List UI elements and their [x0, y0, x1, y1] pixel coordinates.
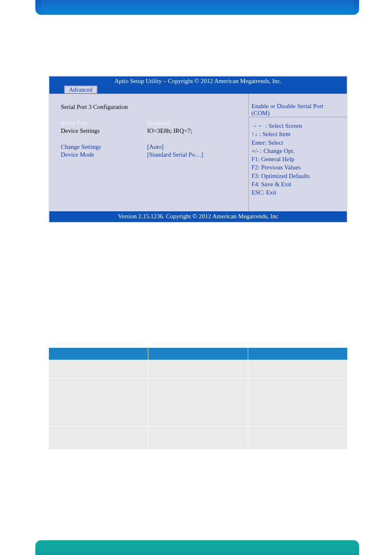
table-cell	[248, 360, 347, 378]
serial-port-value: [Enabled]	[147, 120, 240, 127]
row-device-mode[interactable]: Device Mode [Standard Serial Po…]	[61, 151, 240, 158]
bios-tab-row: Advanced	[49, 86, 347, 94]
table-header-1	[49, 348, 148, 360]
table-cell	[148, 360, 248, 378]
key-save-exit: F4: Save & Exit	[251, 180, 344, 188]
key-change-opt: +/- : Change Opt.	[251, 147, 344, 155]
page-header-bar	[35, 0, 359, 15]
bios-footer-version: Version 2.15.1236. Copyright © 2012 Amer…	[49, 211, 347, 222]
serial-port-label: Serial Port	[61, 120, 147, 127]
table-cell	[148, 427, 248, 450]
table-cell	[49, 360, 148, 378]
bios-key-legend: →← : Select Screen ↑↓ : Select Item Ente…	[249, 117, 347, 211]
table-header-2	[148, 348, 248, 360]
key-previous-values: F2: Previous Values	[251, 163, 344, 171]
bios-setup-panel: Aptio Setup Utility – Copyright © 2012 A…	[48, 76, 348, 223]
change-settings-label: Change Settings	[61, 143, 147, 150]
row-change-settings[interactable]: Change Settings [Auto]	[61, 143, 240, 150]
key-general-help: F1: General Help	[251, 155, 344, 163]
table-cell	[148, 378, 248, 427]
bios-main-pane: Serial Port 3 Configuration Serial Port …	[49, 94, 248, 211]
device-mode-label: Device Mode	[61, 151, 147, 158]
table-cell	[248, 378, 347, 427]
key-optimized-defaults: F3: Optimized Defaults	[251, 172, 344, 180]
section-header: Serial Port 3 Configuration	[61, 104, 240, 111]
key-select-item: ↑↓ : Select Item	[251, 130, 344, 138]
bios-help-text: Enable or Disable Serial Port (COM)	[249, 94, 347, 117]
table-row	[49, 427, 348, 450]
device-settings-label: Device Settings	[61, 127, 147, 134]
bios-body: Serial Port 3 Configuration Serial Port …	[49, 94, 347, 211]
row-serial-port[interactable]: Serial Port [Enabled]	[61, 120, 240, 127]
key-esc-exit: ESC: Exit	[251, 188, 344, 197]
table-cell	[248, 427, 347, 450]
bios-side-pane: Enable or Disable Serial Port (COM) →← :…	[248, 94, 347, 211]
device-mode-value: [Standard Serial Po…]	[147, 151, 240, 158]
table-cell	[49, 427, 148, 450]
page-footer-bar	[35, 540, 359, 555]
table-cell	[49, 378, 148, 427]
tab-advanced[interactable]: Advanced	[64, 86, 97, 93]
row-device-settings: Device Settings IO=3E8h; IRQ=7;	[61, 127, 240, 134]
table-header-row	[49, 348, 348, 360]
key-enter: Enter: Select	[251, 139, 344, 147]
table-header-3	[248, 348, 347, 360]
device-settings-value: IO=3E8h; IRQ=7;	[147, 127, 240, 134]
table-row	[49, 378, 348, 427]
change-settings-value: [Auto]	[147, 143, 240, 150]
info-table	[48, 347, 348, 450]
key-select-screen: →← : Select Screen	[251, 122, 344, 130]
table-row	[49, 360, 348, 378]
bios-title-bar: Aptio Setup Utility – Copyright © 2012 A…	[49, 76, 347, 86]
